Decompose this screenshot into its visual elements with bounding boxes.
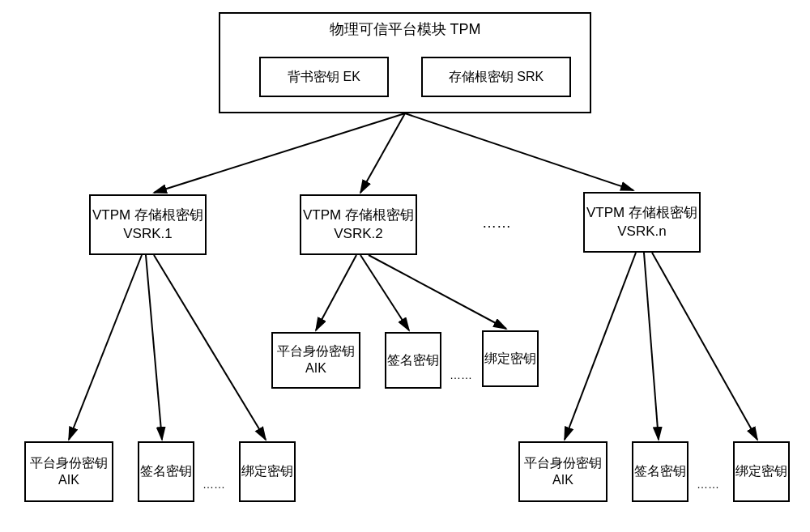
svg-line-11 (652, 253, 757, 440)
svg-line-3 (69, 255, 142, 440)
svg-line-10 (644, 253, 659, 440)
tpm-title: 物理可信平台模块 TPM (220, 20, 590, 39)
svg-line-5 (154, 255, 266, 440)
sign-key-1: 签名密钥 (138, 441, 194, 502)
ek-key: 背书密钥 EK (259, 57, 389, 97)
leaf-ellipsis-2: …… (450, 368, 472, 381)
svg-line-7 (360, 255, 409, 330)
leaf-ellipsis-n: …… (697, 478, 719, 491)
vtpm-vsrk-1: VTPM 存储根密钥 VSRK.1 (89, 194, 207, 255)
bind-key-n: 绑定密钥 (733, 441, 790, 502)
leaf-ellipsis-1: …… (202, 478, 225, 491)
svg-line-8 (369, 255, 506, 329)
bind-key-2: 绑定密钥 (482, 330, 539, 387)
svg-line-4 (146, 255, 162, 440)
svg-line-6 (316, 255, 356, 330)
bind-key-1: 绑定密钥 (239, 441, 296, 502)
vtpm-vsrk-n: VTPM 存储根密钥 VSRK.n (583, 192, 701, 253)
aik-key-n: 平台身份密钥 AIK (518, 441, 608, 502)
svg-line-1 (360, 113, 405, 193)
svg-line-9 (565, 253, 636, 440)
srk-key: 存储根密钥 SRK (421, 57, 571, 97)
aik-key-1: 平台身份密钥 AIK (24, 441, 113, 502)
vtpm-vsrk-2: VTPM 存储根密钥 VSRK.2 (300, 194, 417, 255)
sign-key-2: 签名密钥 (385, 332, 441, 389)
svg-line-0 (154, 113, 405, 193)
sign-key-n: 签名密钥 (632, 441, 688, 502)
vtpm-ellipsis: …… (482, 215, 511, 232)
aik-key-2: 平台身份密钥 AIK (271, 332, 360, 389)
svg-line-2 (405, 113, 633, 190)
